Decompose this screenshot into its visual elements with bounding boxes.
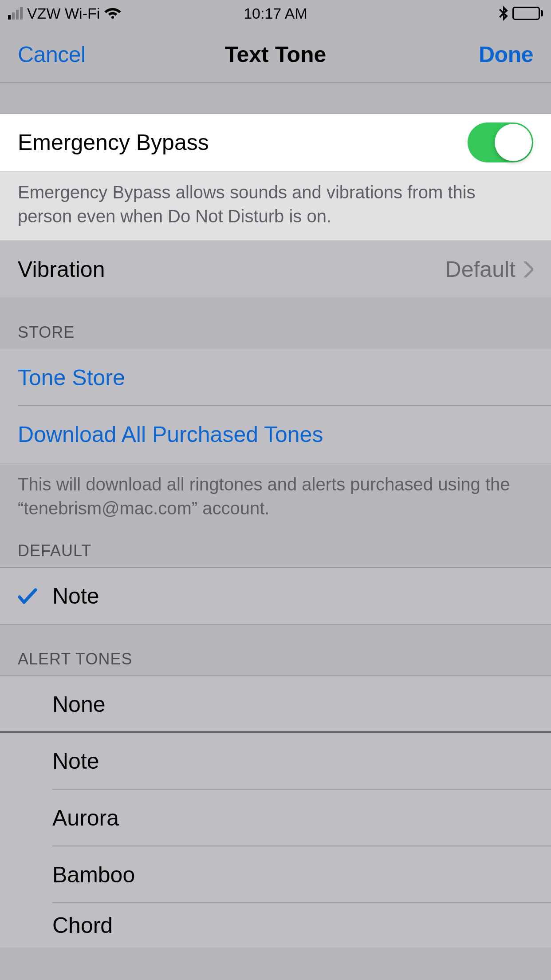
checkmark-icon — [18, 586, 52, 606]
download-tones-row[interactable]: Download All Purchased Tones — [0, 406, 551, 463]
bluetooth-icon — [499, 6, 508, 21]
vibration-value: Default — [445, 257, 516, 282]
emergency-bypass-group: Emergency Bypass — [0, 114, 551, 171]
alert-tones-group: None Note Aurora Bamboo Chord — [0, 676, 551, 948]
store-group: Tone Store Download All Purchased Tones — [0, 349, 551, 463]
alert-tone-label: Chord — [52, 913, 113, 938]
default-tone-label: Note — [52, 583, 99, 609]
vibration-row[interactable]: Vibration Default — [0, 241, 551, 298]
alert-tone-label: Bamboo — [52, 862, 135, 888]
carrier-label: VZW Wi-Fi — [27, 5, 100, 22]
alert-tone-row[interactable]: Note — [0, 733, 551, 790]
alert-tone-row[interactable]: Chord — [0, 903, 551, 948]
wifi-icon — [104, 7, 121, 20]
default-section-header: DEFAULT — [0, 533, 551, 567]
alert-tone-label: Aurora — [52, 805, 119, 831]
done-button[interactable]: Done — [479, 42, 533, 67]
vibration-label: Vibration — [18, 257, 445, 282]
alert-tone-row[interactable]: None — [0, 676, 551, 733]
tone-store-label: Tone Store — [18, 365, 533, 391]
status-right — [499, 6, 543, 21]
default-group: Note — [0, 567, 551, 625]
emergency-bypass-row[interactable]: Emergency Bypass — [0, 114, 551, 171]
vibration-group: Vibration Default — [0, 241, 551, 298]
alert-tone-row[interactable]: Bamboo — [0, 846, 551, 903]
battery-icon — [512, 7, 543, 20]
status-bar: VZW Wi-Fi 10:17 AM — [0, 0, 551, 27]
download-tones-label: Download All Purchased Tones — [18, 422, 533, 447]
navigation-bar: Cancel Text Tone Done — [0, 27, 551, 83]
status-left: VZW Wi-Fi — [8, 5, 121, 22]
store-section-header: STORE — [0, 298, 551, 349]
emergency-bypass-toggle[interactable] — [468, 122, 533, 162]
default-tone-row[interactable]: Note — [0, 568, 551, 624]
alert-tone-label: Note — [52, 748, 99, 774]
tone-store-row[interactable]: Tone Store — [0, 349, 551, 406]
alert-tone-label: None — [52, 692, 106, 717]
alert-tones-section-header: ALERT TONES — [0, 625, 551, 676]
alert-tone-row[interactable]: Aurora — [0, 790, 551, 846]
cellular-signal-icon — [8, 7, 23, 20]
emergency-bypass-footer: Emergency Bypass allows sounds and vibra… — [0, 171, 551, 241]
spacer — [0, 83, 551, 114]
chevron-right-icon — [523, 261, 533, 277]
cancel-button[interactable]: Cancel — [18, 42, 86, 67]
store-footer: This will download all ringtones and ale… — [0, 463, 551, 533]
emergency-bypass-label: Emergency Bypass — [18, 130, 468, 155]
